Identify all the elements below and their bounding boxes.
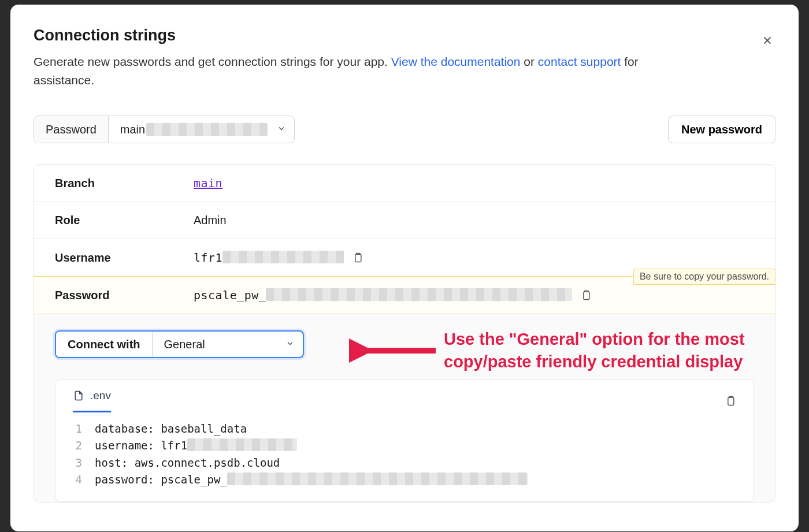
connect-section: Connect with General .env (34, 314, 775, 502)
password-selector-value[interactable]: main (109, 116, 294, 143)
branch-link[interactable]: main (194, 176, 222, 190)
code-line: 1database: baseball_data (73, 421, 736, 437)
redacted-text (222, 251, 344, 263)
env-tab[interactable]: .env (73, 389, 111, 412)
modal-title: Connection strings (34, 27, 775, 44)
code-body: 1database: baseball_data 2username: lfr1… (55, 412, 754, 489)
connection-details: Branch main Role Admin Username lfr1 Be … (34, 164, 775, 503)
role-label: Role (55, 214, 194, 227)
role-row: Role Admin (34, 202, 775, 239)
clipboard-icon (580, 289, 592, 302)
copy-password-hint: Be sure to copy your password. (633, 269, 775, 285)
connection-strings-modal: Connection strings Generate new password… (10, 5, 799, 531)
connect-with-value-text: General (164, 338, 205, 351)
code-line: 3host: aws.connect.psdb.cloud (73, 455, 736, 471)
redacted-text (187, 438, 297, 451)
svg-rect-2 (728, 397, 734, 405)
code-line: 2username: lfr1 (73, 437, 736, 454)
username-label: Username (55, 251, 194, 265)
redacted-text (146, 123, 268, 136)
username-value: lfr1 (194, 251, 344, 265)
svg-rect-1 (584, 292, 589, 299)
clipboard-icon (352, 251, 363, 264)
password-row: Be sure to copy your password. Password … (34, 277, 775, 314)
branch-row: Branch main (34, 165, 775, 202)
toolbar: Password main New password (34, 116, 775, 143)
branch-label: Branch (55, 177, 194, 190)
modal-subtitle: Generate new passwords and get connectio… (34, 53, 669, 89)
copy-code-button[interactable] (725, 395, 736, 407)
new-password-button[interactable]: New password (668, 116, 775, 143)
connect-with-value[interactable]: General (153, 332, 303, 357)
password-selector[interactable]: Password main (34, 116, 295, 143)
code-line: 4password: pscale_pw_ (73, 471, 736, 488)
redacted-text (227, 473, 528, 485)
subtitle-text: Generate new passwords and get connectio… (34, 55, 391, 68)
clipboard-icon (725, 395, 736, 407)
svg-rect-0 (355, 254, 361, 262)
close-icon (761, 34, 774, 47)
chevron-down-icon (277, 123, 286, 136)
connect-with-selector[interactable]: Connect with General (55, 330, 304, 358)
connect-with-label: Connect with (56, 332, 153, 357)
redacted-text (266, 288, 572, 301)
code-snippet-card: .env 1database: baseball_data 2username:… (55, 379, 754, 502)
env-tab-label: .env (90, 389, 111, 402)
password-selector-label: Password (34, 116, 109, 143)
chevron-down-icon (285, 338, 295, 351)
copy-password-button[interactable] (580, 289, 592, 302)
file-icon (73, 389, 84, 403)
password-label: Password (55, 289, 194, 302)
password-value: pscale_pw_ (194, 288, 572, 302)
copy-username-button[interactable] (352, 251, 363, 264)
docs-link[interactable]: View the documentation (391, 55, 521, 68)
or-text: or (520, 55, 537, 68)
password-value-prefix: main (120, 123, 145, 136)
support-link[interactable]: contact support (538, 55, 621, 68)
close-button[interactable] (759, 32, 775, 49)
role-value: Admin (194, 214, 754, 227)
